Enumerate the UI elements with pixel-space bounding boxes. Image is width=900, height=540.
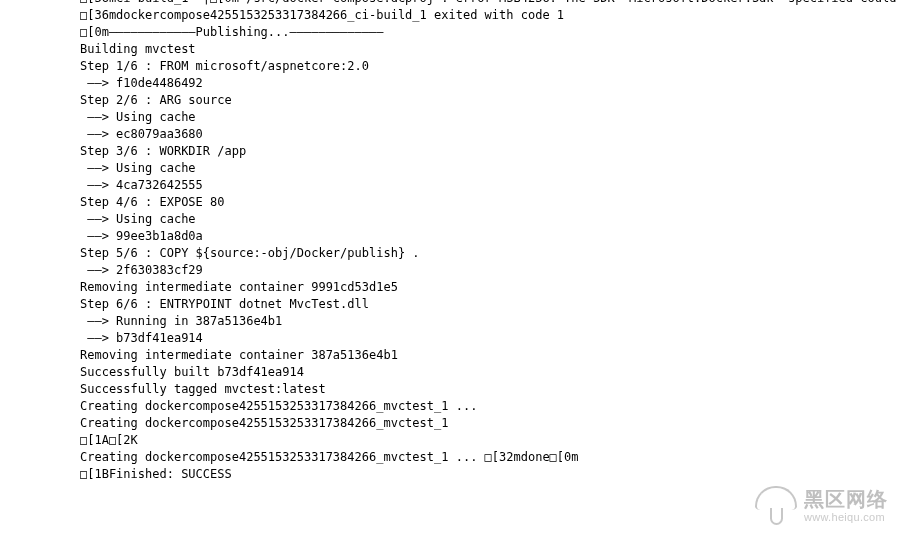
log-line: ——> 4ca732642555 bbox=[80, 177, 900, 194]
log-line: □[0m————————————Publishing...———————————… bbox=[80, 24, 900, 41]
build-output-terminal: □[36mci-build_1 |□[0m /src/docker-compos… bbox=[0, 0, 900, 483]
log-line: ——> Using cache bbox=[80, 211, 900, 228]
mushroom-icon bbox=[754, 486, 798, 526]
log-line: ——> f10de4486492 bbox=[80, 75, 900, 92]
log-line: Step 2/6 : ARG source bbox=[80, 92, 900, 109]
log-line: Step 4/6 : EXPOSE 80 bbox=[80, 194, 900, 211]
log-line: Creating dockercompose425515325331738426… bbox=[80, 449, 900, 466]
log-line: Creating dockercompose425515325331738426… bbox=[80, 398, 900, 415]
log-line: □[36mdockercompose4255153253317384266_ci… bbox=[80, 7, 900, 24]
log-line: ——> Using cache bbox=[80, 109, 900, 126]
log-line: Successfully built b73df41ea914 bbox=[80, 364, 900, 381]
watermark-url: www.heiqu.com bbox=[804, 511, 888, 524]
log-line: ——> 99ee3b1a8d0a bbox=[80, 228, 900, 245]
log-line: Step 1/6 : FROM microsoft/aspnetcore:2.0 bbox=[80, 58, 900, 75]
log-line: Building mvctest bbox=[80, 41, 900, 58]
log-line: ——> Running in 387a5136e4b1 bbox=[80, 313, 900, 330]
log-line: Removing intermediate container 387a5136… bbox=[80, 347, 900, 364]
watermark-title: 黑区网络 bbox=[804, 488, 888, 511]
log-line: Creating dockercompose425515325331738426… bbox=[80, 415, 900, 432]
log-line: □[1A□[2K bbox=[80, 432, 900, 449]
log-line: ——> ec8079aa3680 bbox=[80, 126, 900, 143]
log-line: □[1BFinished: SUCCESS bbox=[80, 466, 900, 483]
site-watermark: 黑区网络 www.heiqu.com bbox=[754, 486, 888, 526]
log-line: Step 6/6 : ENTRYPOINT dotnet MvcTest.dll bbox=[80, 296, 900, 313]
log-line: □[36mci-build_1 |□[0m /src/docker-compos… bbox=[80, 0, 900, 7]
log-line: Step 3/6 : WORKDIR /app bbox=[80, 143, 900, 160]
log-line: ——> Using cache bbox=[80, 160, 900, 177]
log-line: Removing intermediate container 9991cd53… bbox=[80, 279, 900, 296]
log-line: Successfully tagged mvctest:latest bbox=[80, 381, 900, 398]
log-line: ——> b73df41ea914 bbox=[80, 330, 900, 347]
log-line: ——> 2f630383cf29 bbox=[80, 262, 900, 279]
log-line: Step 5/6 : COPY ${source:-obj/Docker/pub… bbox=[80, 245, 900, 262]
